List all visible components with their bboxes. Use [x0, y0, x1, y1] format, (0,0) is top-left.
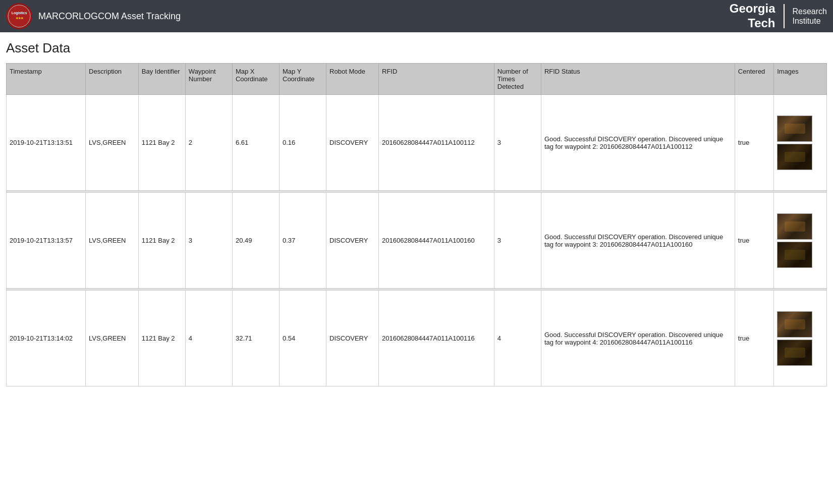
table-row: 2019-10-21T13:13:51LVS,GREEN1121 Bay 226… — [7, 95, 827, 191]
col-map-y: Map Y Coordinate — [280, 64, 326, 95]
col-images: Images — [774, 64, 827, 95]
app-title: MARCORLOGCOM Asset Tracking — [38, 11, 181, 22]
table-row: 2019-10-21T13:14:02LVS,GREEN1121 Bay 243… — [7, 291, 827, 386]
col-bay-identifier: Bay Identifier — [138, 64, 185, 95]
gt-research: Research — [793, 7, 827, 16]
cell-timestamp: 2019-10-21T13:13:57 — [7, 193, 86, 289]
cell-times-detected: 3 — [494, 193, 541, 289]
gt-logo: Georgia Tech Research Institute — [730, 2, 827, 31]
gt-institute: Institute — [793, 16, 827, 26]
cell-map-x: 20.49 — [232, 193, 279, 289]
cell-times-detected: 4 — [494, 291, 541, 386]
svg-text:★★★: ★★★ — [16, 17, 24, 20]
cell-images — [774, 291, 827, 386]
cell-description: LVS,GREEN — [86, 95, 139, 191]
cell-description: LVS,GREEN — [86, 193, 139, 289]
col-waypoint-number: Waypoint Number — [185, 64, 232, 95]
cell-map-x: 32.71 — [232, 291, 279, 386]
cell-waypoint-number: 2 — [185, 95, 232, 191]
cell-bay-identifier: 1121 Bay 2 — [138, 95, 185, 191]
col-robot-mode: Robot Mode — [326, 64, 379, 95]
svg-text:Logistics: Logistics — [12, 11, 27, 15]
cell-rfid: 20160628084447A011A100160 — [379, 193, 494, 289]
svg-point-1 — [8, 5, 30, 27]
page-title: Asset Data — [6, 40, 827, 56]
cell-map-y: 0.16 — [280, 95, 326, 191]
cell-description: LVS,GREEN — [86, 291, 139, 386]
cell-map-y: 0.54 — [280, 291, 326, 386]
cell-rfid-status: Good. Successful DISCOVERY operation. Di… — [541, 95, 735, 191]
thumbnail-2[interactable] — [777, 144, 812, 170]
cell-centered: true — [735, 193, 773, 289]
thumbnail-1[interactable] — [777, 213, 812, 240]
col-timestamp: Timestamp — [7, 64, 86, 95]
cell-map-y: 0.37 — [280, 193, 326, 289]
col-description: Description — [86, 64, 139, 95]
table-row: 2019-10-21T13:13:57LVS,GREEN1121 Bay 232… — [7, 193, 827, 289]
header-left: Logistics ★★★ MARCORLOGCOM Asset Trackin… — [6, 3, 181, 29]
cell-waypoint-number: 4 — [185, 291, 232, 386]
thumbnail-2[interactable] — [777, 340, 812, 366]
gt-tech: Tech — [730, 16, 775, 31]
app-logo: Logistics ★★★ — [6, 3, 32, 29]
gt-divider — [784, 4, 785, 28]
cell-waypoint-number: 3 — [185, 193, 232, 289]
cell-map-x: 6.61 — [232, 95, 279, 191]
cell-images — [774, 193, 827, 289]
col-times-detected: Number of Times Detected — [494, 64, 541, 95]
col-rfid-status: RFID Status — [541, 64, 735, 95]
cell-bay-identifier: 1121 Bay 2 — [138, 193, 185, 289]
thumbnail-1[interactable] — [777, 116, 812, 142]
cell-rfid: 20160628084447A011A100112 — [379, 95, 494, 191]
col-centered: Centered — [735, 64, 773, 95]
cell-rfid-status: Good. Successful DISCOVERY operation. Di… — [541, 193, 735, 289]
cell-rfid-status: Good. Successful DISCOVERY operation. Di… — [541, 291, 735, 386]
cell-timestamp: 2019-10-21T13:13:51 — [7, 95, 86, 191]
cell-images — [774, 95, 827, 191]
page-content: Asset Data Timestamp Description Bay Ide… — [0, 32, 833, 395]
cell-timestamp: 2019-10-21T13:14:02 — [7, 291, 86, 386]
image-pair — [777, 213, 823, 268]
cell-bay-identifier: 1121 Bay 2 — [138, 291, 185, 386]
table-header-row: Timestamp Description Bay Identifier Way… — [7, 64, 827, 95]
col-rfid: RFID — [379, 64, 494, 95]
cell-robot-mode: DISCOVERY — [326, 291, 379, 386]
app-header: Logistics ★★★ MARCORLOGCOM Asset Trackin… — [0, 0, 833, 32]
thumbnail-1[interactable] — [777, 311, 812, 338]
cell-robot-mode: DISCOVERY — [326, 193, 379, 289]
cell-rfid: 20160628084447A011A100116 — [379, 291, 494, 386]
cell-centered: true — [735, 95, 773, 191]
image-pair — [777, 116, 823, 170]
thumbnail-2[interactable] — [777, 242, 812, 268]
asset-table: Timestamp Description Bay Identifier Way… — [6, 63, 827, 386]
col-map-x: Map X Coordinate — [232, 64, 279, 95]
cell-times-detected: 3 — [494, 95, 541, 191]
header-right: Georgia Tech Research Institute — [730, 2, 827, 31]
image-pair — [777, 311, 823, 366]
gt-georgia: Georgia — [730, 2, 775, 16]
cell-robot-mode: DISCOVERY — [326, 95, 379, 191]
cell-centered: true — [735, 291, 773, 386]
